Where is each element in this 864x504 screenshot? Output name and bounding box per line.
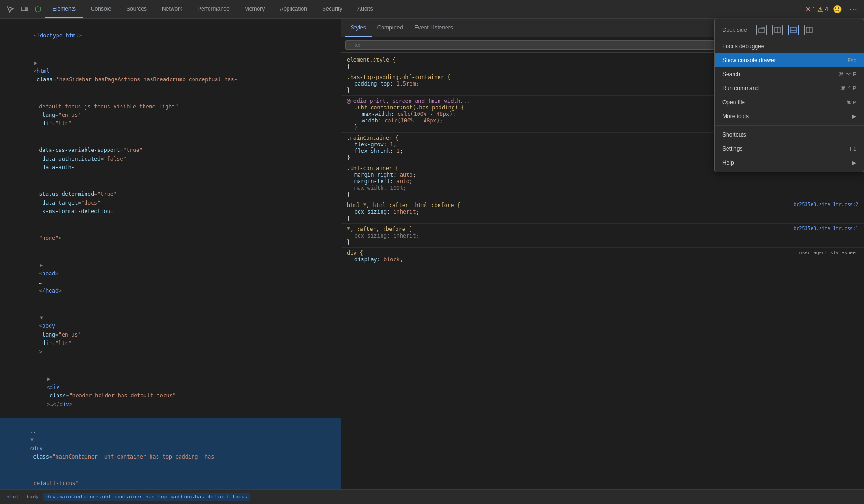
menu-shortcut-run: ⌘ ⇧ P [841,86,856,92]
html-line[interactable]: status-determined="true" data-target="do… [0,181,341,225]
html-line[interactable]: ▶ <div class="header-holder has-default-… [0,365,341,418]
tab-list: Elements Console Sources Network Perform… [45,0,805,18]
breadcrumb-selected[interactable]: div.mainContainer.uhf-container.has-top-… [43,493,250,501]
menu-shortcut-search: ⌘ ⌥ F [839,72,856,78]
dock-undock-icon[interactable] [756,25,767,35]
css-block-div-user-agent: div { user agent stylesheet display: blo… [341,248,864,265]
menu-focus-debuggee[interactable]: Focus debuggee [715,39,864,53]
css-source-link3[interactable]: bc2535e8.site-ltr.css:1 [794,226,858,231]
breadcrumb-html[interactable]: html [4,493,22,501]
menu-run-command[interactable]: Run command ⌘ ⇧ P [715,81,864,95]
menu-more-tools[interactable]: More tools ▶ [715,109,864,123]
tab-sources[interactable]: Sources [119,0,154,18]
menu-open-file[interactable]: Open file ⌘ P [715,95,864,109]
devtools-toolbar: ⬡ Elements Console Sources Network Perfo… [0,0,864,19]
status-bar: html body div.mainContainer.uhf-containe… [0,489,864,504]
html-line[interactable]: data-css-variable-support="true" data-au… [0,137,341,181]
device-toolbar-icon[interactable] [18,4,31,15]
tab-computed[interactable]: Computed [372,19,409,37]
html-line[interactable]: ▶ <html class="hasSidebar hasPageActions… [0,49,341,93]
html-line[interactable]: ▶ <head> … </head> [0,252,341,304]
html-tree[interactable]: <!doctype html> ▶ <html class="hasSideba… [0,19,341,489]
svg-rect-2 [759,29,764,33]
menu-search[interactable]: Search ⌘ ⌥ F [715,67,864,81]
menu-separator [715,125,864,126]
more-options-icon[interactable]: ⋯ [847,3,860,15]
svg-rect-1 [26,8,28,11]
menu-settings[interactable]: Settings F1 [715,142,864,156]
error-badge: ✕ 1 [806,6,816,13]
toolbar-right: ✕ 1 ⚠ 4 🙂 ⋯ [806,3,860,15]
menu-show-console-drawer[interactable]: Show console drawer Esc [715,53,864,67]
menu-shortcut-settings: F1 [850,146,856,151]
help-arrow-icon: ▶ [852,159,856,166]
html-line[interactable]: default-focus js-focus-visible theme-lig… [0,93,341,137]
css-block-all-after-before: *, :after, :before { bc2535e8.site-ltr.c… [341,224,864,248]
dropdown-menu: Dock side [714,19,864,172]
menu-shortcut-open: ⌘ P [846,100,856,106]
lighthouse-icon[interactable]: ⬡ [32,3,44,15]
html-line[interactable]: ▼ <body lang="en-us" dir="ltr" > [0,304,341,366]
html-line-selected[interactable]: .. ▼ <div class="mainContainer uhf-conta… [0,418,341,470]
more-tools-arrow-icon: ▶ [852,113,856,120]
tab-console[interactable]: Console [83,0,119,18]
menu-help[interactable]: Help ▶ [715,156,864,170]
tab-styles[interactable]: Styles [345,19,372,37]
elements-panel: <!doctype html> ▶ <html class="hasSideba… [0,19,341,489]
tab-performance[interactable]: Performance [190,0,237,18]
feedback-icon[interactable]: 🙂 [830,3,845,15]
tab-audits[interactable]: Audits [350,0,380,18]
tab-network[interactable]: Network [154,0,190,18]
dock-bottom-icon[interactable] [788,25,799,35]
dock-left-icon[interactable] [772,25,783,35]
css-block-html-all: html *, html :after, html :before { bc25… [341,200,864,224]
tab-elements[interactable]: Elements [45,0,83,18]
menu-shortcut-esc: Esc [848,58,856,63]
breadcrumb-body[interactable]: body [24,493,42,501]
menu-shortcuts[interactable]: Shortcuts [715,128,864,142]
html-line[interactable]: <!doctype html> [0,22,341,49]
tab-application[interactable]: Application [272,0,315,18]
tab-event-listeners[interactable]: Event Listeners [409,19,459,37]
html-line[interactable]: "none"> [0,225,341,252]
html-line-selected-cont[interactable]: default-focus" data-bi-name="body" > == … [0,470,341,489]
warn-badge: ⚠ 4 [817,6,828,13]
dock-side-section: Dock side [715,21,864,39]
css-source-link2[interactable]: bc2535e8.site-ltr.css:2 [794,202,858,207]
svg-rect-5 [791,27,796,33]
tab-security[interactable]: Security [315,0,350,18]
svg-rect-0 [21,7,26,11]
svg-rect-7 [806,27,812,33]
cursor-icon[interactable] [4,4,17,15]
tab-memory[interactable]: Memory [237,0,272,18]
dock-right-icon[interactable] [804,25,814,35]
svg-rect-3 [775,27,780,33]
dock-side-label: Dock side [722,27,747,33]
